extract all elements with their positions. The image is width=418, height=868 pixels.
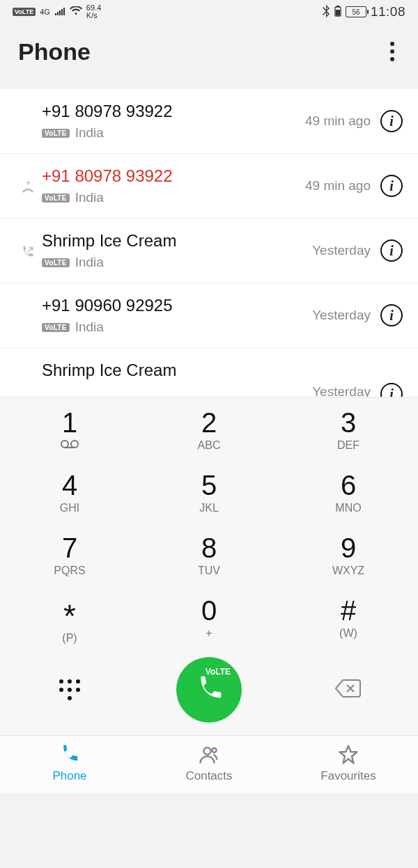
volte-badge: VoLTE <box>42 129 70 138</box>
overflow-menu-button[interactable] <box>385 36 400 67</box>
status-clock: 11:08 <box>371 4 405 19</box>
svg-rect-1 <box>336 6 339 7</box>
svg-point-6 <box>204 748 211 755</box>
nav-label: Favourites <box>320 769 376 783</box>
call-location: India <box>75 125 104 141</box>
call-log-list: +91 80978 93922 VoLTE India 49 min ago i… <box>0 89 418 397</box>
call-info-button[interactable]: i <box>380 239 403 262</box>
key-9[interactable]: 9WXYZ <box>279 523 418 585</box>
call-time: Yesterday <box>312 384 371 397</box>
call-info-button[interactable]: i <box>380 110 403 132</box>
volte-badge: VoLTE <box>42 194 70 203</box>
dial-button[interactable]: VoLTE <box>176 657 242 723</box>
key-1[interactable]: 1 <box>0 397 139 460</box>
fab-volte-label: VoLTE <box>206 667 231 677</box>
call-location: India <box>75 255 104 270</box>
bottom-navigation: Phone Contacts Favourites <box>0 735 418 793</box>
dialpad-toggle-icon[interactable] <box>59 679 80 700</box>
volte-badge: VoLTE <box>42 258 70 267</box>
page-title: Phone <box>18 38 91 65</box>
status-signal-icon <box>54 6 65 18</box>
keypad-grid: 1 2ABC 3DEF 4GHI 5JKL 6MNO 7PQRS 8TUV 9W… <box>0 397 418 653</box>
call-log-row[interactable]: +91 80978 93922 VoLTE India 49 min ago i <box>0 154 418 219</box>
star-icon <box>336 744 360 765</box>
nav-contacts[interactable]: Contacts <box>139 744 279 783</box>
call-title: Shrimp Ice Cream <box>42 361 312 380</box>
call-location: India <box>75 190 104 205</box>
call-log-row[interactable]: Shrimp Ice Cream VoLTE India Yesterday i <box>0 219 418 283</box>
contacts-icon <box>197 744 221 765</box>
nav-label: Contacts <box>185 769 232 783</box>
status-bar: VoLTE 4G 69.4K/s 56 11:08 <box>0 0 418 24</box>
phone-icon <box>58 744 82 765</box>
key-hash[interactable]: #(W) <box>279 585 418 653</box>
volte-badge: VoLTE <box>42 323 70 332</box>
call-type-icon <box>14 120 42 123</box>
status-bluetooth-icon <box>322 5 330 19</box>
call-title: +91 80978 93922 <box>42 166 305 186</box>
key-5[interactable]: 5JKL <box>139 460 279 523</box>
key-4[interactable]: 4GHI <box>0 460 139 523</box>
status-wifi-icon <box>70 6 82 18</box>
backspace-button[interactable] <box>334 678 362 702</box>
call-info-button[interactable]: i <box>380 175 403 197</box>
key-2[interactable]: 2ABC <box>139 397 279 460</box>
call-title: +91 90960 92925 <box>42 296 312 315</box>
call-log-row[interactable]: +91 90960 92925 VoLTE India Yesterday i <box>0 283 418 348</box>
svg-rect-2 <box>336 10 340 15</box>
status-speed: 69.4K/s <box>86 4 101 19</box>
status-battery-small-icon <box>334 6 341 19</box>
missed-call-icon <box>14 176 42 196</box>
svg-point-7 <box>212 748 216 752</box>
svg-point-3 <box>61 441 68 448</box>
call-time: 49 min ago <box>305 113 371 129</box>
call-log-row[interactable]: +91 80978 93922 VoLTE India 49 min ago i <box>0 89 418 154</box>
key-6[interactable]: 6MNO <box>279 460 418 523</box>
call-title: Shrimp Ice Cream <box>42 231 312 251</box>
status-battery-icon: 56 <box>346 6 366 17</box>
app-header: Phone <box>0 24 418 89</box>
voicemail-icon <box>60 439 79 452</box>
dial-pad: 1 2ABC 3DEF 4GHI 5JKL 6MNO 7PQRS 8TUV 9W… <box>0 397 418 735</box>
call-info-button[interactable]: i <box>380 304 403 326</box>
key-7[interactable]: 7PQRS <box>0 523 139 585</box>
call-log-row[interactable]: Shrimp Ice Cream Yesterday i <box>0 348 418 397</box>
key-0[interactable]: 0+ <box>139 585 279 653</box>
call-type-icon <box>14 314 42 317</box>
outgoing-call-icon <box>14 242 42 260</box>
call-time: Yesterday <box>312 308 371 323</box>
status-network-icon: 4G <box>40 8 50 16</box>
call-info-button[interactable]: i <box>380 383 403 397</box>
call-title: +91 80978 93922 <box>42 102 305 121</box>
nav-phone[interactable]: Phone <box>0 744 139 783</box>
call-time: 49 min ago <box>305 178 371 194</box>
call-time: Yesterday <box>312 243 371 258</box>
status-volte-icon: VoLTE <box>13 8 36 16</box>
svg-point-4 <box>71 441 78 448</box>
key-8[interactable]: 8TUV <box>139 523 279 585</box>
key-star[interactable]: *(P) <box>0 585 139 653</box>
key-3[interactable]: 3DEF <box>279 397 418 460</box>
call-location: India <box>75 319 104 335</box>
call-type-icon <box>14 361 42 363</box>
nav-label: Phone <box>52 769 86 783</box>
nav-favourites[interactable]: Favourites <box>279 744 418 783</box>
